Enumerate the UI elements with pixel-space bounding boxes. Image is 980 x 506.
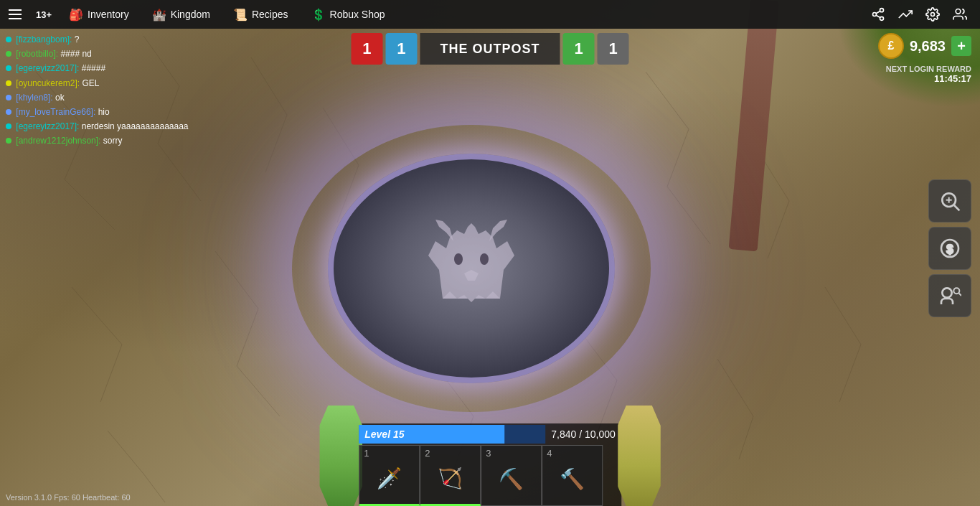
chat-msg-5: [my_loveTrainGe66]: hio [6,106,189,119]
hud-right-green: 1 [563,33,595,65]
coin-icon: £ [878,33,904,59]
menu-button[interactable] [0,4,30,25]
chat-msg-2: [egereyizz2017]: ##### [6,62,189,75]
chat-name-0: [fizzbangbom]: [16,34,74,44]
chat-msg-6: [egereyizz2017]: nerdesin yaaaaaaaaaaaaa… [6,120,189,133]
chat-text-2: ##### [82,63,105,73]
svg-point-0 [454,253,463,265]
coin-shop-button[interactable]: $ [928,227,971,270]
currency-amount: 9,683 [910,38,946,55]
player-count: 13+ [30,9,57,20]
chat-text-6: nerdesin yaaaaaaaaaaaaaa [82,121,189,131]
svg-point-15 [942,288,951,297]
armor-right [618,406,661,506]
login-reward-label: NEXT LOGIN REWARD [886,65,971,73]
chat-text-5: hio [98,107,110,117]
chat-text-3: GEL [82,78,99,88]
nav-item-inventory[interactable]: 🎒 Inventory [57,0,141,29]
item-slot-3[interactable]: 3 ⛏️ [481,445,542,506]
svg-point-7 [931,13,935,17]
item-slot-1[interactable]: 1 🗡️ [359,445,420,506]
chat-dot-4 [6,95,11,100]
chat-name-3: [oyuncukerem2]: [16,78,82,88]
wolf-emblem-icon [400,205,543,320]
stats-button[interactable] [894,3,917,26]
chat-msg-7: [andrew1212johnson]: sorry [6,134,189,148]
xp-amount-text: 7,840 / 10,000 [545,428,621,440]
glow-circle-area [285,118,658,419]
xp-level-text: Level 15 [364,428,404,440]
nav-item-kingdom[interactable]: 🏰 Kingdom [141,0,222,29]
chat-name-4: [khylen8]: [16,93,55,103]
topbar-right [867,3,980,26]
share-button[interactable] [867,3,890,26]
chat-text-4: ok [55,93,65,103]
svg-line-5 [876,15,880,17]
item-icon-4: 🔨 [560,467,585,491]
item-icon-3: ⛏️ [499,467,524,491]
chat-text-0: ? [75,34,80,44]
right-buttons-panel: $ [928,179,971,317]
item-slots: 1 🗡️ 2 🏹 3 ⛏️ 4 🔨 [359,445,603,506]
login-reward-display: NEXT LOGIN REWARD 11:45:17 [886,65,971,84]
chat-name-6: [egereyizz2017]: [16,121,81,131]
outpost-hud: 1 1 THE OUTPOST 1 1 [351,33,628,65]
svg-point-8 [956,9,961,14]
svg-point-4 [880,17,884,20]
svg-text:$: $ [947,243,953,256]
chat-dot-1 [6,51,11,57]
person-search-button[interactable] [928,274,971,317]
slot-number-1: 1 [364,448,369,459]
settings-button[interactable] [921,3,944,26]
chat-dot-5 [6,109,11,115]
nav-item-recipes[interactable]: 📜 Recipes [222,0,300,29]
chat-name-2: [egereyizz2017]: [16,63,81,73]
chat-name-5: [my_loveTrainGe66]: [16,107,98,117]
topbar: 13+ 🎒 Inventory 🏰 Kingdom 📜 Recipes 💲 Ro… [0,0,980,29]
svg-point-3 [873,13,877,17]
chat-dot-7 [6,138,11,144]
svg-line-6 [876,11,880,13]
item-slot-4[interactable]: 4 🔨 [542,445,603,506]
outpost-title: THE OUTPOST [420,33,560,65]
slot-number-4: 4 [547,448,552,459]
add-currency-button[interactable]: + [951,36,971,56]
hud-left-blue: 1 [385,33,417,65]
inventory-bar: Level 15 7,840 / 10,000 1 🗡️ 2 🏹 3 ⛏️ [359,423,621,506]
chat-name-1: [robotbillo]: [16,49,60,59]
chat-text-1: #### nd [60,49,91,59]
svg-point-2 [880,9,884,12]
chat-name-7: [andrew1212johnson]: [16,136,103,146]
item-slot-2[interactable]: 2 🏹 [420,445,481,506]
inventory-icon: 🎒 [69,7,83,22]
glow-disc [328,154,615,383]
nav-item-robux-shop[interactable]: 💲 Robux Shop [300,0,397,29]
robux-icon: 💲 [311,7,326,22]
zoom-search-button[interactable] [928,179,971,222]
chat-dot-0 [6,37,11,42]
slot-number-2: 2 [425,448,430,459]
chat-dot-6 [6,123,11,129]
bottom-hud: Level 15 7,840 / 10,000 1 🗡️ 2 🏹 3 ⛏️ [319,406,661,506]
chat-text-7: sorry [103,136,123,146]
svg-point-1 [480,253,489,265]
chat-dot-3 [6,80,11,86]
item-icon-2: 🏹 [438,467,463,490]
topbar-left: 13+ 🎒 Inventory 🏰 Kingdom 📜 Recipes 💲 Ro… [0,0,397,29]
login-reward-time: 11:45:17 [886,73,971,84]
hud-left-red: 1 [351,33,382,65]
people-button[interactable] [948,3,971,26]
game-viewport: 13+ 🎒 Inventory 🏰 Kingdom 📜 Recipes 💲 Ro… [0,0,980,506]
armor-left [319,406,362,506]
kingdom-icon: 🏰 [152,7,166,22]
chat-msg-0: [fizzbangbom]: ? [6,33,189,47]
item-icon-1: 🗡️ [377,467,402,490]
xp-bar: Level 15 [359,425,545,444]
chat-msg-1: [robotbillo]: #### nd [6,47,189,61]
recipes-icon: 📜 [233,7,248,22]
svg-line-17 [959,294,961,296]
chat-dot-2 [6,65,11,71]
coin-shop-icon: $ [938,237,961,260]
xp-bar-container: Level 15 7,840 / 10,000 [359,423,621,445]
chat-area: [fizzbangbom]: ? [robotbillo]: #### nd [… [6,33,189,149]
